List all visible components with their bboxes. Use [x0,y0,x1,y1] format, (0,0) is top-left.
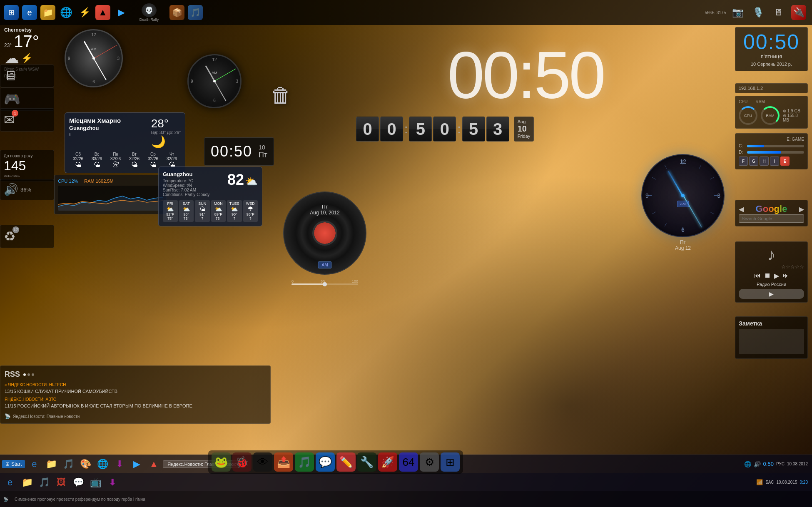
dock-icon-gear[interactable]: ⚙ [420,452,439,472]
clock-minute-hand [93,58,107,80]
dock-icon-skype[interactable]: 💬 [316,452,335,472]
wd-sun: SUN 🌤 91° ? [195,200,210,222]
dock-icon-pencil[interactable]: ✏️ [336,452,356,472]
dock-icon-64[interactable]: 64 [399,452,418,472]
notes-textarea[interactable] [739,329,804,354]
bar-music-icon[interactable]: 🎵 [60,456,76,472]
wf-day-0: Сб 32/26 🌤 [69,152,87,169]
bar-folder-icon[interactable]: 📁 [43,456,59,472]
taskbar-icon-unknown1[interactable]: ⚡ [75,2,94,23]
google-widget: ◀ Google ▶ [735,200,808,226]
taskbar-icon-chrome[interactable]: 🌐 [57,2,75,23]
tray2-time: 0:20 [800,480,808,485]
music-note-icon: ♪ [739,245,804,264]
win-start-btn[interactable]: ⊞ Start [2,460,25,468]
music-next-btn[interactable]: ⏭ [782,272,789,280]
wf-day-2: Пн 32/26 ⛈ [107,152,125,169]
wf-day-1: Вс 33/26 🌤 [88,152,106,169]
rss-icon: 📡 [5,413,11,419]
drive-h-btn[interactable]: H [760,157,769,166]
taskbar-icon-rocket[interactable]: ▲ [94,2,112,23]
dock-icon-eye[interactable]: 👁 [253,452,272,472]
drive-i-btn[interactable]: I [770,157,779,166]
moon-icon: 🌙 [151,135,166,148]
bar2-ie-icon[interactable]: e [2,475,18,490]
bar-chrome-icon[interactable]: 🌐 [95,456,110,472]
vinyl-widget: Пт Aug 10, 2012 AM 050100 [283,191,366,275]
flip-digit-2: 5 [409,117,432,142]
vinyl-center [312,221,337,246]
death-rally-label: Death Rally [139,17,159,22]
bottom-dock: 🐸 🐞 👁 📤 🎵 💬 ✏️ 🔧 🚀 64 ⚙ ⊞ [208,450,463,474]
vinyl-day: Пт [310,204,339,210]
taskbar-icon-pkg[interactable]: 📦 [168,2,186,23]
dock-icon-rocket2[interactable]: 🚀 [378,452,397,472]
bar2-torrent2-icon[interactable]: ⬇ [105,475,120,490]
music-play-btn[interactable]: ▶ [774,272,779,280]
ip-address: 192.168.1.2 [739,86,763,91]
taskbar-icon-usb[interactable]: 🔌 [790,2,808,23]
wf-day-2-icon: ⛈ [107,161,125,169]
wd-mon: MON ⛅ 89°F 75° [211,200,226,222]
taskbar-icon-ie[interactable]: e [20,2,39,23]
taskbar-icon-folder[interactable]: 📁 [39,2,57,23]
trash-can-icon[interactable]: 🗑 [271,83,291,107]
bar2-unknown-icon[interactable]: 🖼 [53,475,69,490]
taskbar-icon-music[interactable]: 🎵 [186,2,204,23]
music-stop-btn[interactable]: ⏹ [764,272,771,280]
dock-icon-frog[interactable]: 🐸 [212,452,231,472]
start-button[interactable]: ⊞ [2,2,20,23]
google-prev-btn[interactable]: ◀ [739,205,744,213]
taskbar-icon-media[interactable]: ▶ [112,2,130,23]
bar-rocket-icon[interactable]: ▲ [146,456,162,472]
analog-clock-2: AM 12 3 6 9 [187,54,242,110]
bar2-folder-icon[interactable]: 📁 [19,475,35,490]
rss-dot-2[interactable] [27,373,30,376]
recycle-bin-widget[interactable]: ♻ 17 [0,225,54,248]
dock-icon-filezilla[interactable]: 📤 [274,452,293,472]
weather-detail-city: Guangzhou [163,171,209,177]
bar-ie-icon[interactable]: e [26,456,42,472]
mail-widget[interactable]: ✉ 1 [0,108,54,132]
bar2-media-icon[interactable]: 🎵 [36,475,52,490]
svg-line-3 [699,165,701,169]
wd-wed: WED 🌩 93°F ? [243,200,258,222]
dock-icon-ladybug[interactable]: 🐞 [232,452,252,472]
top-right-clock-widget: 00:50 п'ятниця 10 Серпень 2012 р. [735,27,808,71]
taskbar-icon-death-rally[interactable]: 💀 Death Rally [130,2,168,23]
taskbar-icon-monitor[interactable]: 🖥 [769,2,787,23]
google-next-btn[interactable]: ▶ [799,205,804,213]
large-clock-time: 00:50 [448,37,604,112]
music-widget: ♪ ☆☆☆☆☆ ⏮ ⏹ ▶ ⏭ Радио России ▶ [735,241,808,303]
scroll-icon: 📡 [3,497,8,502]
drive-d-label: D: [739,150,745,154]
dock-icon-windows[interactable]: ⊞ [441,452,460,472]
flip-digit-4: 5 [462,117,485,142]
taskbar-icon-camera[interactable]: 📷 [728,2,747,23]
cpu-graph-label: CPU 12% [58,179,78,184]
volume-widget[interactable]: 🔊 36% [0,179,54,200]
drive-f-btn[interactable]: F [739,157,748,166]
bar-media-icon[interactable]: ▶ [129,456,144,472]
bar-torrent-icon[interactable]: ⬇ [112,456,127,472]
rss-dot-3[interactable] [32,373,34,376]
network-count2: 317Б [717,10,726,15]
forecast-from-to: Від: 33° До: 26° [151,130,181,135]
drive-c-row: C: [739,144,804,148]
taskbar-icon-mic[interactable]: 🎙️ [749,2,767,23]
dock-icon-unknown-2[interactable]: 🔧 [357,452,376,472]
music-prev-btn[interactable]: ⏮ [754,272,761,280]
gamepad-widget: 🎮 [0,87,54,111]
bar2-skype-icon[interactable]: 💬 [70,475,86,490]
tray2-date: 10.08.2015 [776,480,797,485]
rss-dot-1[interactable] [23,373,26,376]
monitor-widget: 🖥 [0,65,54,87]
drive-g-btn[interactable]: G [749,157,758,166]
bar2-player-icon[interactable]: 📺 [87,475,103,490]
drive-e-btn[interactable]: E [780,157,790,166]
flip-colon-2: : [457,117,461,142]
google-search-input[interactable] [739,214,804,223]
dock-icon-spotify[interactable]: 🎵 [295,452,314,472]
music-play-bar[interactable]: ▶ [739,289,804,299]
bar-paint-icon[interactable]: 🎨 [77,456,93,472]
